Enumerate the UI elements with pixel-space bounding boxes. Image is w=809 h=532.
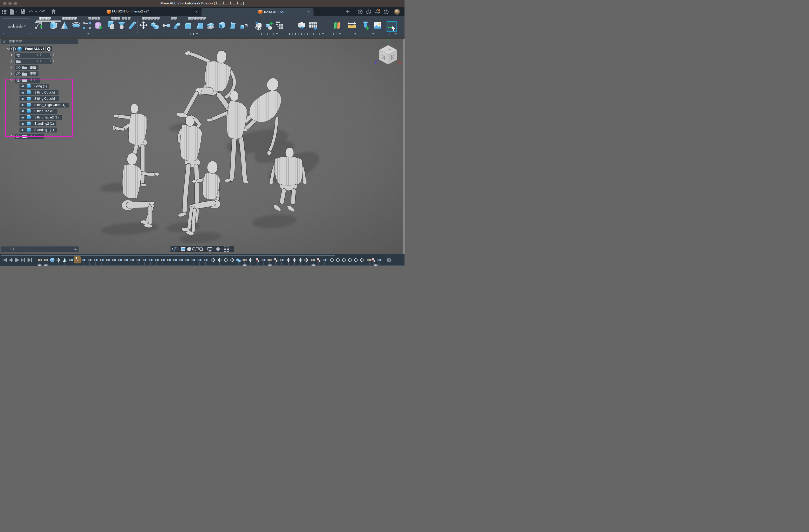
svg-text:Z: Z: [374, 61, 376, 65]
svg-text:X: X: [399, 60, 402, 65]
svg-text:Y: Y: [387, 38, 390, 42]
